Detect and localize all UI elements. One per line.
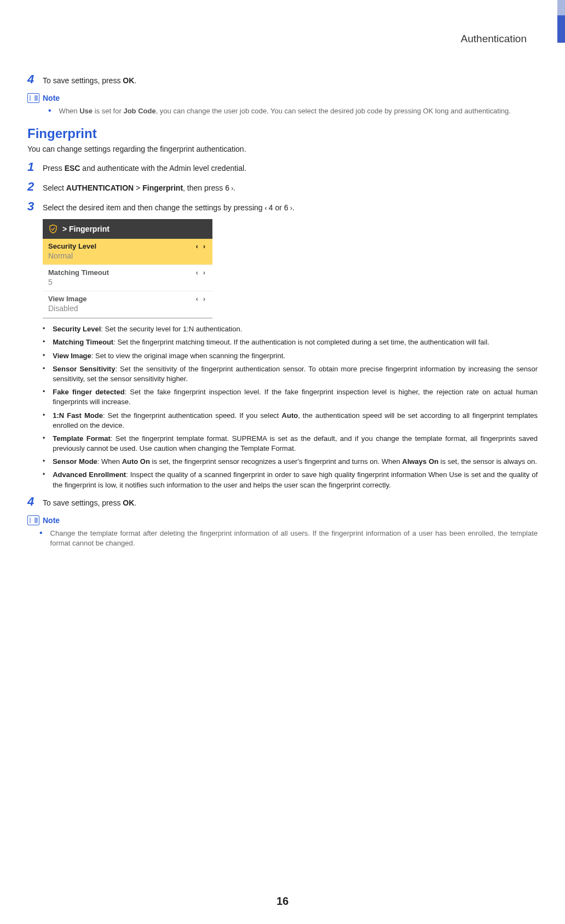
step-text: To save settings, press OK. [43, 495, 136, 509]
key-6: 6 [225, 183, 229, 194]
label-text: Security Level [48, 242, 96, 250]
step-4-save-second: 4 To save settings, press OK. [27, 495, 538, 509]
note-icon [27, 93, 39, 103]
note-label: Note [43, 516, 60, 525]
step-1: 1 Press ESC and authenticate with the Ad… [27, 160, 538, 174]
step-3: 3 Select the desired item and then chang… [27, 199, 538, 214]
page-edge-tabs [557, 0, 565, 43]
text-fragment: When [59, 107, 80, 115]
section-intro: You can change settings regarding the fi… [27, 145, 538, 153]
bullet-dot: • [43, 337, 45, 347]
text-fragment: . [134, 76, 136, 85]
text-fragment: To save settings, press [43, 76, 123, 85]
text-fragment: or [273, 203, 284, 212]
fp-bold: Fingerprint [142, 183, 183, 192]
text-fragment: is set, the sensor is always on. [439, 457, 537, 466]
row-label: View Image ‹ › [48, 295, 207, 303]
label-text: View Image [48, 295, 87, 303]
row-value: Normal [48, 251, 207, 260]
bullet-view-image: • View Image: Set to view the original i… [43, 351, 538, 361]
step-text: Select the desired item and then change … [43, 199, 295, 214]
bullet-text: : Inspect the quality of a scanned finge… [53, 470, 538, 489]
text-fragment: , you can change the user job code. You … [156, 107, 511, 115]
row-label: Matching Timeout ‹ › [48, 268, 207, 277]
note-label: Note [43, 94, 60, 102]
screenshot-row-security-level: Security Level ‹ › Normal [43, 239, 212, 265]
bullet-dot: • [43, 434, 45, 443]
text-fragment: . [134, 498, 136, 507]
note-bullet-template-format: • Change the template format after delet… [39, 529, 538, 548]
bullet-advanced-enrollment: • Advanced Enrollment: Inspect the quali… [43, 470, 538, 490]
arrow-left-icon: ‹ [264, 204, 268, 212]
bullet-title: Security Level [53, 325, 101, 333]
note-text: Change the template format after deletin… [50, 529, 538, 548]
bullet-dot: • [43, 387, 45, 397]
bullet-dot: • [39, 529, 43, 548]
bullet-text: : Set the sensitivity of the fingerprint… [53, 365, 538, 383]
bullet-text: : Set the fake fingerprint inspection le… [53, 388, 538, 406]
ok-label: OK [123, 76, 134, 85]
bullet-title: Sensor Sensitivity [53, 365, 115, 373]
step-4-save: 4 To save settings, press OK. [27, 72, 538, 87]
bullet-title: Template Format [53, 434, 111, 443]
bullet-dot: • [43, 470, 45, 479]
tab-marker-light [557, 0, 565, 15]
text-fragment: and authenticate with the Admin level cr… [80, 164, 246, 173]
bullet-dot: • [43, 457, 45, 466]
esc-bold: ESC [65, 164, 80, 173]
settings-bullet-list: • Security Level: Set the security level… [43, 324, 538, 490]
step-text: To save settings, press OK. [43, 72, 136, 87]
step-text: Select AUTHENTICATION > Fingerprint, the… [43, 180, 235, 194]
auth-bold: AUTHENTICATION [66, 183, 134, 192]
text-fragment: Select [43, 183, 66, 192]
text-fragment: Select the desired item and then change … [43, 203, 264, 212]
bullet-dot: • [43, 324, 45, 334]
arrow-right-icon: › [289, 204, 292, 212]
step-number: 1 [27, 160, 43, 174]
note-text: When Use is set for Job Code, you can ch… [59, 106, 511, 116]
bullet-title: Fake finger detected [53, 388, 124, 396]
note-icon [27, 515, 39, 525]
bullet-text: : Set the fingerprint template format. S… [53, 434, 538, 452]
bullet-dot: • [43, 411, 45, 420]
arrows-icon: ‹ › [196, 269, 207, 277]
always-on-bold: Always On [402, 457, 439, 466]
row-value: 5 [48, 278, 207, 286]
breadcrumb-text: > Fingerprint [62, 225, 109, 233]
bullet-dot: • [43, 364, 45, 374]
step-2: 2 Select AUTHENTICATION > Fingerprint, t… [27, 180, 538, 194]
row-value: Disabled [48, 304, 207, 313]
bullet-text: : Set to view the original image when sc… [91, 352, 285, 360]
key-4: 4 [269, 203, 273, 214]
device-screenshot: > Fingerprint Security Level ‹ › Normal … [43, 219, 212, 319]
text-fragment: . [292, 203, 295, 212]
bullet-sensor-sensitivity: • Sensor Sensitivity: Set the sensitivit… [43, 364, 538, 384]
step-number: 4 [27, 495, 43, 509]
use-bold: Use [79, 107, 93, 115]
note-heading-2: Note [27, 515, 538, 525]
bullet-1n-fast-mode: • 1:N Fast Mode: Set the fingerprint aut… [43, 411, 538, 431]
bullet-title: 1:N Fast Mode [53, 411, 103, 420]
section-heading-fingerprint: Fingerprint [27, 126, 538, 141]
text-fragment: Press [43, 164, 65, 173]
text-fragment: , then press [183, 183, 225, 192]
text-fragment: > [134, 183, 142, 192]
text-fragment: : When [97, 457, 122, 466]
bullet-title: Sensor Mode [53, 457, 97, 466]
bullet-text: : Set the fingerprint matching timeout. … [113, 338, 489, 346]
arrows-icon: ‹ › [196, 243, 207, 250]
bullet-title: Matching Timeout [53, 338, 113, 346]
bullet-dot: • [43, 351, 45, 360]
bullet-sensor-mode: • Sensor Mode: When Auto On is set, the … [43, 457, 538, 467]
ok-label: OK [123, 498, 134, 507]
step-number: 2 [27, 180, 43, 194]
text-fragment: . [233, 183, 235, 192]
arrows-icon: ‹ › [196, 295, 207, 303]
bullet-title: Advanced Enrollment [53, 470, 126, 479]
auto-bold: Auto [282, 411, 298, 420]
row-label: Security Level ‹ › [48, 242, 207, 250]
page-header-title: Authentication [27, 33, 538, 45]
bullet-security-level: • Security Level: Set the security level… [43, 324, 538, 334]
shield-icon [48, 223, 58, 234]
bullet-fake-finger: • Fake finger detected: Set the fake fin… [43, 387, 538, 407]
